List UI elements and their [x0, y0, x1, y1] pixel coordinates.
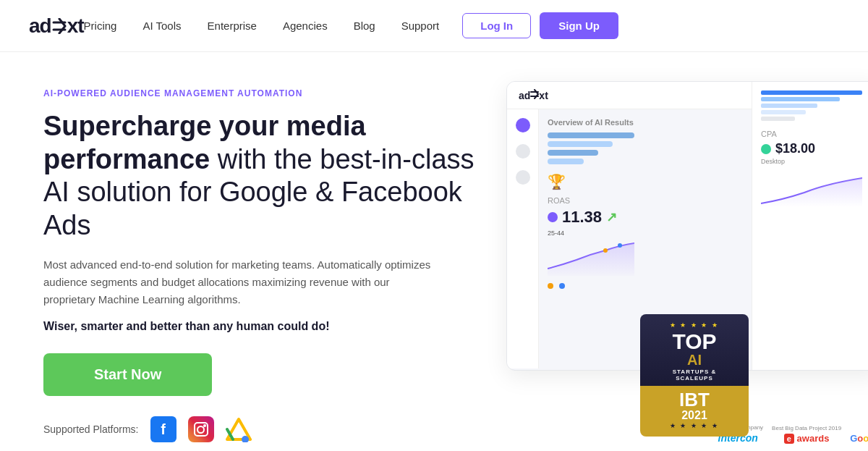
cpa-number: $18.00 — [775, 141, 815, 156]
roas-number: 11.38 — [562, 208, 602, 227]
badge-stars-bottom: ★ ★ ★ ★ ★ — [649, 422, 740, 429]
nav-item-aitools[interactable]: AI Tools — [142, 20, 181, 32]
roas-label: ROAS — [548, 196, 634, 205]
platforms-row: Supported Platforms: f — [43, 416, 492, 442]
logo-arrow-icon — [52, 18, 67, 34]
roas-arrow-icon: ↗ — [606, 209, 617, 225]
bar-2 — [548, 141, 613, 147]
dot-1 — [548, 283, 553, 289]
cpa-dot — [761, 144, 771, 154]
badge-top-text: TOP — [649, 331, 740, 353]
num-bar-3 — [761, 104, 817, 108]
hero-headline: Supercharge your media performance with … — [43, 110, 492, 242]
dashboard-sidebar — [507, 109, 539, 368]
award-eawards: Best Big Data Project 2019 e awards — [772, 425, 841, 444]
badge-scaleups: SCALEUPS — [649, 375, 740, 382]
roas-value: 11.38 ↗ — [548, 208, 634, 227]
eawards-e: e — [784, 434, 794, 444]
nav-item-pricing[interactable]: Pricing — [84, 20, 117, 32]
dash-logo-xt: xt — [539, 90, 548, 101]
google-logo: Google — [850, 433, 868, 444]
award-google: Google — [850, 425, 868, 444]
badge-ai-text: AI — [649, 353, 740, 367]
dashboard-right-col: CPA $18.00 Desktop — [752, 82, 868, 370]
dot-row — [548, 283, 634, 289]
badge-ibt: IBT — [649, 390, 740, 409]
sidebar-icon-3 — [516, 170, 530, 185]
mini-chart — [548, 240, 634, 279]
hero-right: ad xt — [506, 81, 868, 451]
header: ad xt Pricing AI Tools Enterprise Agenci… — [0, 0, 868, 52]
hero-tagline: AI-POWERED AUDIENCE MANAGEMENT AUTOMATIO… — [43, 88, 492, 98]
start-now-button[interactable]: Start Now — [43, 353, 212, 396]
cpa-value: $18.00 — [761, 141, 868, 156]
main-nav: Pricing AI Tools Enterprise Agencies Blo… — [84, 20, 440, 32]
roas-dot — [548, 212, 558, 222]
cpa-chart — [761, 171, 868, 210]
sidebar-icon-2 — [516, 144, 530, 159]
o2-letter: o — [863, 433, 868, 444]
facebook-icon: f — [150, 416, 176, 442]
num-bar-2 — [761, 97, 840, 101]
nav-item-support[interactable]: Support — [401, 20, 440, 32]
signup-button[interactable]: Sign Up — [540, 12, 618, 39]
login-button[interactable]: Log In — [462, 13, 531, 38]
hero-description: Most advanced end-to-end solution for ma… — [43, 256, 434, 308]
badge-startups: STARTUPS & — [649, 368, 740, 375]
age-label: 25-44 — [548, 229, 634, 237]
instagram-icon — [188, 416, 214, 442]
platforms-label: Supported Platforms: — [43, 423, 139, 435]
num-bar-5 — [761, 117, 795, 121]
nav-item-enterprise[interactable]: Enterprise — [208, 20, 257, 32]
dashboard-panel: ad xt — [506, 81, 868, 451]
eawards-logo: e awards — [772, 433, 841, 444]
nav-item-agencies[interactable]: Agencies — [283, 20, 328, 32]
badge-stars-top: ★ ★ ★ ★ ★ — [649, 321, 740, 329]
num-bar-4 — [761, 110, 806, 114]
hero-wiser: Wiser, smarter and better than any human… — [43, 320, 492, 333]
dash-logo-text: ad — [519, 90, 530, 101]
google-ads-icon — [226, 416, 252, 442]
g-letter: G — [850, 433, 857, 444]
logo-xt-text: xt — [67, 14, 84, 38]
nav-item-blog[interactable]: Blog — [354, 20, 375, 32]
eawards-awards: awards — [797, 433, 830, 444]
desktop-label: Desktop — [761, 158, 868, 165]
google-label — [850, 425, 868, 431]
dash-logo-arrow — [530, 89, 539, 99]
bar-3 — [548, 150, 598, 156]
main-content: AI-POWERED AUDIENCE MANAGEMENT AUTOMATIO… — [0, 52, 868, 451]
badge-year: 2021 — [649, 409, 740, 422]
logo-ad-text: ad — [29, 14, 51, 38]
roas-box: ROAS 11.38 ↗ 25-44 — [548, 196, 634, 289]
svg-point-9 — [603, 248, 608, 253]
hero-left: AI-POWERED AUDIENCE MANAGEMENT AUTOMATIO… — [43, 81, 492, 451]
num-bar-1 — [761, 90, 862, 95]
svg-point-10 — [618, 243, 622, 248]
cpa-label: CPA — [761, 130, 868, 138]
bar-1 — [548, 132, 634, 138]
ibt-badge: ★ ★ ★ ★ ★ TOP AI STARTUPS & SCALEUPS IBT… — [640, 314, 749, 437]
dot-2 — [559, 283, 565, 289]
instagram-inner — [194, 422, 208, 437]
bar-4 — [548, 159, 584, 164]
badge-top: ★ ★ ★ ★ ★ TOP AI STARTUPS & SCALEUPS — [640, 314, 749, 386]
cpa-box: CPA $18.00 Desktop — [761, 130, 868, 165]
sidebar-icon-1 — [516, 118, 530, 132]
dashboard-logo: ad xt — [519, 89, 548, 101]
number-grid — [761, 90, 868, 121]
logo: ad xt — [29, 14, 84, 38]
badge-bottom: IBT 2021 ★ ★ ★ ★ ★ — [640, 386, 749, 437]
eawards-label: Best Big Data Project 2019 — [772, 425, 841, 431]
